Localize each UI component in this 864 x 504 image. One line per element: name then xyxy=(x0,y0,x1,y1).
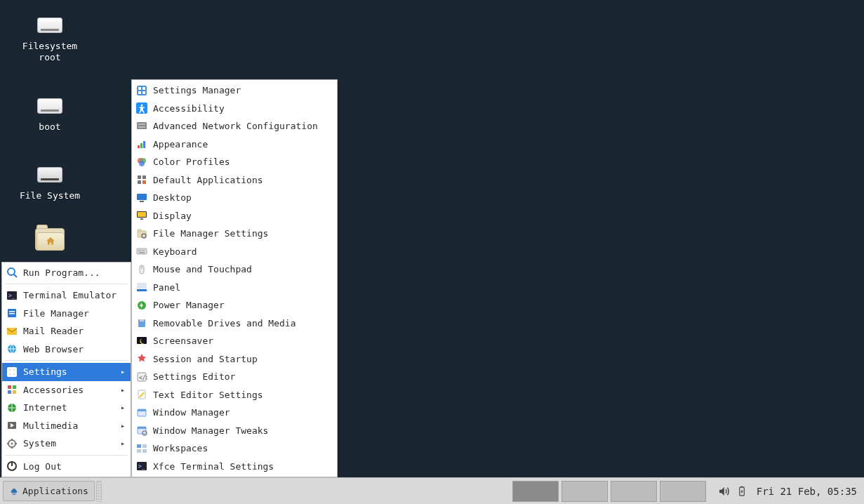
volume-icon[interactable] xyxy=(716,484,731,499)
desktop-icon-home[interactable] xyxy=(14,228,86,255)
menu-item-label: Screensaver xyxy=(153,336,213,346)
taskbar: Applications Fri 21 Feb, 05:35 xyxy=(0,477,864,504)
svg-rect-9 xyxy=(7,367,17,377)
settings-icon xyxy=(6,366,18,378)
workspace-3[interactable] xyxy=(611,481,657,502)
svg-rect-14 xyxy=(8,385,11,389)
submenu-arrow-icon: ▸ xyxy=(121,386,125,394)
menu-item-accessories[interactable]: Accessories▸ xyxy=(2,381,131,399)
svg-rect-81 xyxy=(137,449,141,453)
menu-item-removable-drives-and-media[interactable]: Removable Drives and Media xyxy=(132,314,337,333)
taskbar-clock[interactable]: Fri 21 Feb, 05:35 xyxy=(757,486,857,497)
workspace-2[interactable] xyxy=(561,481,608,502)
svg-rect-48 xyxy=(142,180,146,184)
svg-rect-60 xyxy=(142,250,143,251)
svg-line-1 xyxy=(14,274,17,277)
panel-handle[interactable] xyxy=(96,481,102,502)
menu-item-appearance[interactable]: Appearance xyxy=(132,135,337,154)
menu-item-run-program[interactable]: Run Program... xyxy=(2,264,131,282)
menu-item-label: Advanced Network Configuration xyxy=(153,121,318,131)
terminal-icon: >_ xyxy=(6,290,18,301)
svg-rect-79 xyxy=(137,444,141,448)
menu-item-advanced-network-configuration[interactable]: Advanced Network Configuration xyxy=(132,117,337,135)
menu-item-label: Accessories xyxy=(23,385,84,395)
svg-rect-75 xyxy=(138,409,146,411)
text-editor-icon xyxy=(136,389,147,400)
settings-submenu: Settings ManagerAccessibilityAdvanced Ne… xyxy=(131,79,338,477)
submenu-arrow-icon: ▸ xyxy=(121,404,125,411)
menu-item-file-manager-settings[interactable]: File Manager Settings xyxy=(132,225,337,243)
menu-item-screensaver[interactable]: Screensaver xyxy=(132,332,337,350)
svg-rect-46 xyxy=(142,175,146,179)
menu-item-power-manager[interactable]: Power Manager xyxy=(132,296,337,314)
menu-item-label: Multimedia xyxy=(23,420,78,431)
menu-item-web-browser[interactable]: Web Browser xyxy=(2,340,131,359)
svg-rect-40 xyxy=(140,143,142,148)
menu-item-keyboard[interactable]: Keyboard xyxy=(132,243,337,261)
menu-item-label: Appearance xyxy=(153,139,208,150)
svg-rect-45 xyxy=(138,175,141,179)
menu-item-xfce-terminal-settings[interactable]: >_Xfce Terminal Settings xyxy=(132,458,337,476)
display-icon xyxy=(136,210,147,221)
svg-point-35 xyxy=(141,105,143,107)
workspace-1[interactable] xyxy=(512,481,559,502)
menu-item-label: Session and Startup xyxy=(153,354,258,364)
xfce-logo-icon xyxy=(9,486,19,496)
menu-item-settings-editor[interactable]: </>Settings Editor xyxy=(132,368,337,386)
applications-button[interactable]: Applications xyxy=(3,481,95,501)
menu-item-terminal-emulator[interactable]: >_Terminal Emulator xyxy=(2,286,131,305)
svg-rect-59 xyxy=(140,250,142,251)
menu-item-mail-reader[interactable]: Mail Reader xyxy=(2,322,131,340)
menu-item-log-out[interactable]: Log Out xyxy=(2,458,131,476)
svg-rect-58 xyxy=(138,250,140,251)
desktop-icon-file-system[interactable]: File System xyxy=(14,164,86,201)
svg-rect-80 xyxy=(142,444,147,448)
menu-item-multimedia[interactable]: Multimedia▸ xyxy=(2,417,131,435)
power-icon[interactable] xyxy=(734,484,750,499)
svg-rect-52 xyxy=(138,212,146,217)
network-adv-icon xyxy=(136,121,147,132)
svg-rect-36 xyxy=(137,122,147,129)
svg-text:</>: </> xyxy=(139,375,147,381)
menu-item-label: Terminal Emulator xyxy=(23,290,117,300)
menu-item-system[interactable]: System▸ xyxy=(2,435,131,453)
submenu-arrow-icon: ▸ xyxy=(121,439,125,447)
menu-item-window-manager-tweaks[interactable]: Window Manager Tweaks xyxy=(132,422,337,440)
menu-item-accessibility[interactable]: Accessibility xyxy=(132,100,337,118)
menu-item-default-applications[interactable]: Default Applications xyxy=(132,171,337,190)
menu-item-mouse-and-touchpad[interactable]: Mouse and Touchpad xyxy=(132,260,337,279)
menu-item-settings-manager[interactable]: Settings Manager xyxy=(132,81,337,100)
menu-item-file-manager[interactable]: File Manager xyxy=(2,305,131,323)
svg-rect-16 xyxy=(8,390,11,394)
svg-rect-82 xyxy=(142,449,147,453)
svg-point-10 xyxy=(9,369,11,371)
menu-item-color-profiles[interactable]: Color Profiles xyxy=(132,153,337,171)
menu-item-text-editor-settings[interactable]: Text Editor Settings xyxy=(132,386,337,404)
menu-separator xyxy=(5,360,128,361)
workspaces-icon xyxy=(136,443,147,454)
menu-item-label: Power Manager xyxy=(153,300,225,310)
menu-item-label: Web Browser xyxy=(23,344,84,354)
menu-item-internet[interactable]: Internet▸ xyxy=(2,399,131,417)
menu-item-desktop[interactable]: Desktop xyxy=(132,189,337,207)
svg-rect-31 xyxy=(142,87,145,90)
svg-rect-30 xyxy=(138,87,141,90)
svg-rect-69 xyxy=(140,319,144,321)
desktop-icon-boot[interactable]: boot xyxy=(14,95,86,133)
menu-item-settings[interactable]: Settings▸ xyxy=(2,363,131,381)
svg-point-12 xyxy=(9,373,11,375)
svg-rect-6 xyxy=(9,313,15,314)
menu-item-workspaces[interactable]: Workspaces xyxy=(132,439,337,458)
menu-item-session-and-startup[interactable]: Session and Startup xyxy=(132,350,337,369)
workspace-4[interactable] xyxy=(660,481,706,502)
svg-rect-38 xyxy=(138,126,145,128)
settings-manager-icon xyxy=(136,85,147,96)
menu-item-window-manager[interactable]: Window Manager xyxy=(132,404,337,422)
menu-item-panel[interactable]: Panel xyxy=(132,279,337,297)
menu-item-display[interactable]: Display xyxy=(132,207,337,225)
workspace-switcher xyxy=(512,481,706,502)
menu-item-label: Mail Reader xyxy=(23,326,84,336)
desktop-icon-fs-root[interactable]: Filesystemroot xyxy=(14,14,86,64)
menu-item-label: Workspaces xyxy=(153,443,208,453)
menu-item-label: Window Manager xyxy=(153,407,230,418)
